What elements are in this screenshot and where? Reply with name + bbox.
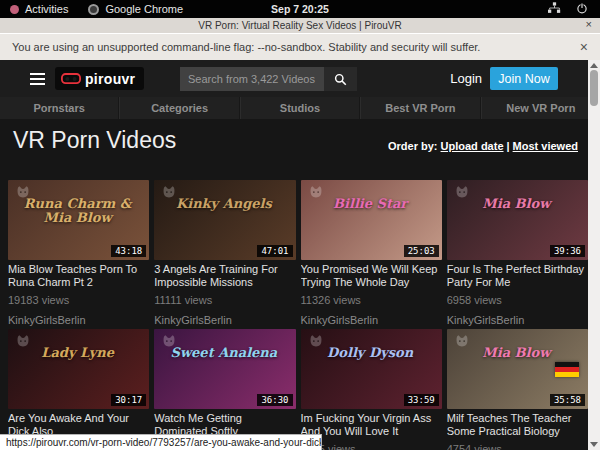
studio-link[interactable]: KinkyGirlsBerlin (447, 314, 588, 326)
menu-hamburger-icon[interactable] (30, 73, 45, 88)
search-button[interactable] (324, 67, 357, 91)
browser-title-bar: VR Porn: Virtual Reality Sex Videos | Pi… (0, 18, 600, 33)
video-title-link[interactable]: 3 Angels Are Training For Impossible Mis… (154, 263, 295, 289)
page-title: VR Porn Videos (13, 127, 176, 154)
video-card: Kinky Angels 47:01 3 Angels Are Training… (154, 180, 295, 329)
thumbnail-name-overlay: Mia Blow (449, 346, 584, 360)
search-icon (334, 73, 347, 86)
video-views: 4754 views (447, 443, 588, 450)
order-link-upload-date[interactable]: Upload date (441, 140, 504, 152)
duration-badge: 43:18 (111, 245, 146, 257)
order-separator: | (504, 140, 513, 152)
login-button[interactable]: Login (450, 71, 482, 86)
video-card: Lady Lyne 30:17 Are You Awake And Your D… (8, 329, 149, 450)
video-views: 19183 views (8, 294, 149, 306)
join-now-button[interactable]: Join Now (490, 67, 558, 90)
scrollbar-down-arrow-icon[interactable] (590, 442, 598, 447)
nav-item-categories[interactable]: Categories (119, 97, 239, 119)
video-views: 11326 views (301, 294, 442, 306)
tab-title: VR Porn: Virtual Reality Sex Videos | Pi… (198, 20, 401, 31)
order-by-controls: Order by: Upload date|Most viewed (388, 140, 578, 152)
warning-message: You are using an unsupported command-lin… (12, 41, 480, 53)
site-logo[interactable]: pirouvr (55, 67, 144, 90)
video-card: Runa Charm & Mia Blow 43:18 Mia Blow Tea… (8, 180, 149, 329)
vr-goggles-icon (61, 73, 81, 85)
thumbnail-name-overlay: Mia Blow (449, 197, 584, 211)
studio-link[interactable]: KinkyGirlsBerlin (154, 314, 295, 326)
german-flag-icon (555, 362, 579, 377)
video-views: 6958 views (447, 294, 588, 306)
video-card: Mia Blow 39:36 Four Is The Perfect Birth… (447, 180, 588, 329)
studio-link[interactable]: KinkyGirlsBerlin (8, 314, 149, 326)
video-views: 11111 views (154, 294, 295, 306)
video-thumbnail[interactable]: Billie Star 25:03 (301, 180, 442, 260)
thumbnail-name-overlay: Runa Charm & Mia Blow (10, 197, 145, 225)
video-thumbnail[interactable]: Kinky Angels 47:01 (154, 180, 295, 260)
thumbnail-name-overlay: Sweet Analena (156, 346, 291, 360)
status-url-tooltip: https://pirouvr.com/vr-porn-video/779325… (0, 434, 322, 450)
system-top-bar: Activities Google Chrome Sep 7 20:25 (0, 0, 600, 18)
studio-link[interactable]: KinkyGirlsBerlin (301, 314, 442, 326)
main-nav: Pornstars Categories Studios Best VR Por… (0, 97, 600, 119)
duration-badge: 39:36 (550, 245, 585, 257)
duration-badge: 30:17 (111, 394, 146, 406)
order-link-most-viewed[interactable]: Most viewed (513, 140, 578, 152)
thumbnail-name-overlay: Dolly Dyson (303, 346, 438, 360)
tab-close-icon[interactable]: × (586, 18, 592, 30)
video-thumbnail[interactable]: Mia Blow 39:36 (447, 180, 588, 260)
nav-item-pornstars[interactable]: Pornstars (0, 97, 119, 119)
order-by-label: Order by: (388, 140, 438, 152)
chrome-app-icon (88, 4, 99, 15)
duration-badge: 25:03 (404, 245, 439, 257)
activities-button[interactable]: Activities (25, 3, 68, 15)
video-thumbnail[interactable]: Runa Charm & Mia Blow 43:18 (8, 180, 149, 260)
video-title-link[interactable]: You Promised We Will Keep Trying The Who… (301, 263, 442, 289)
page-scrollbar[interactable] (588, 60, 600, 450)
video-card: Sweet Analena 36:30 Watch Me Getting Dom… (154, 329, 295, 450)
scrollbar-thumb[interactable] (590, 70, 598, 106)
search-input[interactable] (180, 67, 324, 91)
thumbnail-name-overlay: Kinky Angels (156, 197, 291, 211)
video-title-link[interactable]: Milf Teaches The Teacher Some Practical … (447, 412, 588, 438)
video-grid: Runa Charm & Mia Blow 43:18 Mia Blow Tea… (8, 180, 588, 450)
active-app-menu[interactable]: Google Chrome (105, 3, 183, 15)
video-card: Billie Star 25:03 You Promised We Will K… (301, 180, 442, 329)
site-header: pirouvr Login Join Now (0, 60, 600, 97)
duration-badge: 36:30 (257, 394, 292, 406)
power-icon[interactable] (576, 2, 588, 16)
nav-item-best-vr-porn[interactable]: Best VR Porn (360, 97, 480, 119)
video-title-link[interactable]: Mia Blow Teaches Porn To Runa Charm Pt 2 (8, 263, 149, 289)
video-thumbnail[interactable]: Lady Lyne 30:17 (8, 329, 149, 409)
video-card: Mia Blow 35:58 Milf Teaches The Teacher … (447, 329, 588, 450)
video-card: Dolly Dyson 33:59 Im Fucking Your Virgin… (301, 329, 442, 450)
search-bar (180, 67, 357, 91)
video-thumbnail[interactable]: Dolly Dyson 33:59 (301, 329, 442, 409)
nav-item-new-vr-porn[interactable]: New VR Porn (481, 97, 600, 119)
video-title-link[interactable]: Four Is The Perfect Birthday Party For M… (447, 263, 588, 289)
video-thumbnail[interactable]: Mia Blow 35:58 (447, 329, 588, 409)
scrollbar-up-arrow-icon[interactable] (590, 63, 598, 68)
thumbnail-name-overlay: Billie Star (303, 197, 438, 211)
network-icon[interactable] (548, 2, 561, 16)
duration-badge: 33:59 (404, 394, 439, 406)
duration-badge: 47:01 (257, 245, 292, 257)
duration-badge: 35:58 (550, 394, 585, 406)
video-thumbnail[interactable]: Sweet Analena 36:30 (154, 329, 295, 409)
infobar-close-icon[interactable]: × (580, 39, 588, 55)
recording-indicator-dot (10, 5, 19, 14)
logo-text: pirouvr (85, 71, 135, 87)
thumbnail-name-overlay: Lady Lyne (10, 346, 145, 360)
sandbox-warning-infobar: You are using an unsupported command-lin… (0, 33, 600, 60)
nav-item-studios[interactable]: Studios (240, 97, 360, 119)
